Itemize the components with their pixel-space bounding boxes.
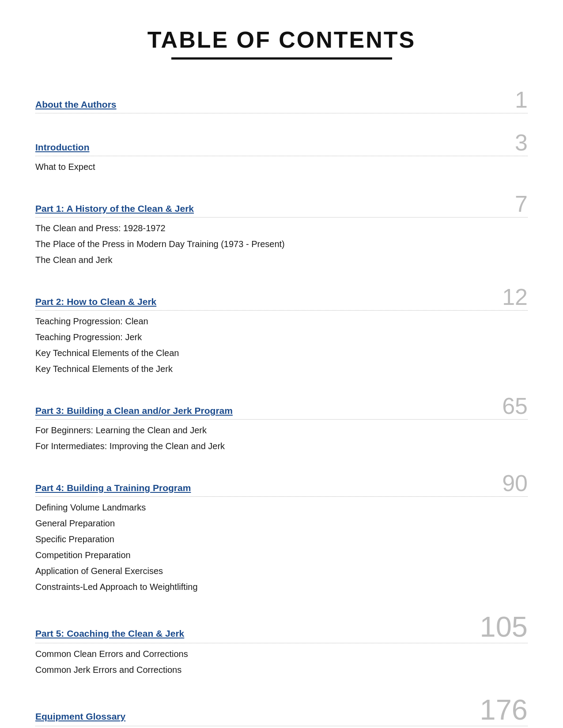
toc-section-part4: Part 4: Building a Training Program90Def… [35, 467, 528, 595]
toc-page-part5: 105 [480, 612, 528, 641]
sub-item-part4-0: Defining Volume Landmarks [35, 499, 528, 515]
section-header-row-part5: Part 5: Coaching the Clean & Jerk105 [35, 608, 528, 643]
toc-label-part5[interactable]: Part 5: Coaching the Clean & Jerk [35, 628, 480, 639]
section-header-row-about-authors: About the Authors1 [35, 84, 528, 113]
section-header-row-equipment-glossary: Equipment Glossary176 [35, 691, 528, 726]
toc-page-about-authors: 1 [484, 88, 528, 111]
section-header-row-introduction: Introduction3 [35, 127, 528, 156]
section-header-row-part1: Part 1: A History of the Clean & Jerk7 [35, 188, 528, 218]
toc-label-part1[interactable]: Part 1: A History of the Clean & Jerk [35, 203, 484, 214]
toc-page-part4: 90 [484, 472, 528, 495]
sub-item-part1-2: The Clean and Jerk [35, 252, 528, 268]
sub-item-part4-5: Constraints-Led Approach to Weightliftin… [35, 579, 528, 595]
toc-section-introduction: Introduction3What to Expect [35, 127, 528, 175]
sub-items-part1: The Clean and Press: 1928-1972The Place … [35, 218, 528, 268]
toc-container: About the Authors1Introduction3What to E… [35, 84, 528, 726]
sub-item-part4-3: Competition Preparation [35, 547, 528, 563]
sub-items-part2: Teaching Progression: CleanTeaching Prog… [35, 311, 528, 377]
toc-section-part3: Part 3: Building a Clean and/or Jerk Pro… [35, 390, 528, 454]
title-underline-bar [171, 57, 392, 60]
section-header-row-part4: Part 4: Building a Training Program90 [35, 467, 528, 497]
sub-items-part5: Common Clean Errors and CorrectionsCommo… [35, 643, 528, 678]
sub-items-part4: Defining Volume LandmarksGeneral Prepara… [35, 497, 528, 595]
sub-item-part2-2: Key Technical Elements of the Clean [35, 345, 528, 361]
sub-item-part4-2: Specific Preparation [35, 531, 528, 547]
sub-item-part1-0: The Clean and Press: 1928-1972 [35, 220, 528, 236]
toc-label-introduction[interactable]: Introduction [35, 142, 484, 153]
sub-items-part3: For Beginners: Learning the Clean and Je… [35, 420, 528, 454]
sub-item-part4-1: General Preparation [35, 515, 528, 531]
toc-label-part3[interactable]: Part 3: Building a Clean and/or Jerk Pro… [35, 405, 484, 416]
toc-section-part1: Part 1: A History of the Clean & Jerk7Th… [35, 188, 528, 268]
toc-section-about-authors: About the Authors1 [35, 84, 528, 113]
sub-item-part3-1: For Intermediates: Improving the Clean a… [35, 438, 528, 454]
toc-page-part3: 65 [484, 394, 528, 417]
toc-label-about-authors[interactable]: About the Authors [35, 99, 484, 110]
toc-section-part2: Part 2: How to Clean & Jerk12Teaching Pr… [35, 281, 528, 377]
toc-page-equipment-glossary: 176 [480, 695, 528, 724]
page-title: TABLE OF CONTENTS [35, 26, 528, 53]
section-header-row-part2: Part 2: How to Clean & Jerk12 [35, 281, 528, 311]
toc-section-part5: Part 5: Coaching the Clean & Jerk105Comm… [35, 608, 528, 678]
sub-item-part1-1: The Place of the Press in Modern Day Tra… [35, 236, 528, 252]
toc-label-part4[interactable]: Part 4: Building a Training Program [35, 483, 484, 493]
toc-page-introduction: 3 [484, 131, 528, 154]
sub-items-introduction: What to Expect [35, 156, 528, 175]
title-divider [35, 57, 528, 60]
sub-item-part5-1: Common Jerk Errors and Corrections [35, 662, 528, 678]
sub-item-part4-4: Application of General Exercises [35, 563, 528, 579]
sub-item-part2-3: Key Technical Elements of the Jerk [35, 361, 528, 377]
sub-item-part2-0: Teaching Progression: Clean [35, 313, 528, 329]
sub-item-part3-0: For Beginners: Learning the Clean and Je… [35, 422, 528, 438]
sub-item-part5-0: Common Clean Errors and Corrections [35, 646, 528, 662]
toc-section-equipment-glossary: Equipment Glossary176 [35, 691, 528, 726]
sub-item-part2-1: Teaching Progression: Jerk [35, 329, 528, 345]
toc-label-part2[interactable]: Part 2: How to Clean & Jerk [35, 296, 484, 307]
section-header-row-part3: Part 3: Building a Clean and/or Jerk Pro… [35, 390, 528, 420]
sub-item-introduction-0: What to Expect [35, 159, 528, 175]
toc-page-part1: 7 [484, 192, 528, 215]
toc-page-part2: 12 [484, 285, 528, 308]
toc-label-equipment-glossary[interactable]: Equipment Glossary [35, 711, 480, 722]
